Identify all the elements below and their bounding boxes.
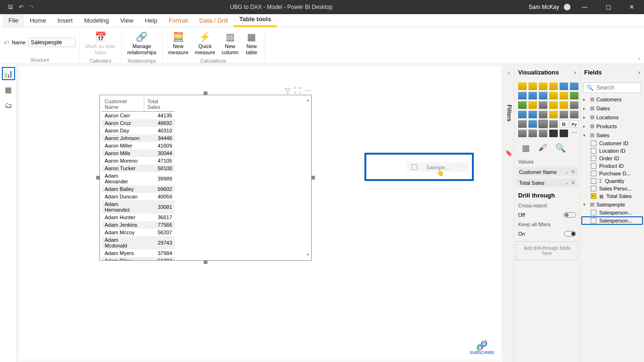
redo-icon[interactable]: ↷	[29, 4, 34, 10]
viz-area[interactable]	[528, 92, 537, 99]
restore-icon[interactable]: ▢	[599, 0, 618, 14]
well-total-sales[interactable]: Total Sales ⌄✕	[516, 178, 578, 187]
canvas[interactable]: ▽ ⛶ ⋯ Customer Name Total Sales Aaron Ca…	[19, 66, 502, 360]
scroll-down-icon[interactable]: ▼	[305, 253, 310, 257]
table-sales[interactable]: ▦Sales	[581, 131, 643, 140]
menu-format[interactable]: Format	[163, 14, 194, 27]
field-total-sales[interactable]: ▦Total Sales	[581, 192, 643, 200]
table-salespeople[interactable]: ▦Salespeople	[581, 200, 643, 209]
manage-relationships-button[interactable]: 🔗 Manage relationships	[125, 29, 158, 57]
keep-filters-toggle[interactable]	[564, 231, 576, 237]
panel-collapse-icon[interactable]: ›	[574, 69, 576, 76]
filters-expand-icon[interactable]: ‹	[508, 70, 510, 76]
viz-qa[interactable]	[539, 130, 547, 137]
viz-scatter[interactable]	[539, 101, 547, 109]
viz-multi-card[interactable]	[570, 111, 578, 118]
field-purchase-date[interactable]: Purchase D...	[581, 170, 643, 177]
menu-data-drill[interactable]: Data / Drill	[194, 14, 234, 27]
viz-line-stacked[interactable]	[549, 92, 558, 99]
quick-measure-button[interactable]: ⚡ Quick measure	[193, 29, 217, 57]
field-sales-person[interactable]: Sales Perso...	[581, 185, 643, 192]
table-row[interactable]: Aaron Miller41609	[102, 142, 175, 149]
table-row[interactable]: Adam Duncan40059	[102, 193, 175, 200]
viz-card[interactable]	[560, 111, 568, 118]
slicer-more-icon[interactable]: ⋯	[458, 164, 463, 170]
name-input[interactable]	[28, 38, 75, 47]
slicer-checkbox[interactable]	[412, 164, 417, 170]
table-row[interactable]: Adam Bailey59602	[102, 185, 175, 193]
table-locations[interactable]: ▦Locations	[581, 113, 643, 122]
menu-file[interactable]: File	[3, 14, 24, 27]
menu-view[interactable]: View	[115, 14, 139, 27]
viz-filled-map[interactable]	[528, 111, 537, 118]
avatar-icon[interactable]	[564, 4, 570, 10]
table-row[interactable]: Aaron Mills30044	[102, 149, 175, 157]
subscribe-logo[interactable]: 🧬 SUBSCRIBE	[470, 341, 495, 355]
minimize-icon[interactable]: —	[575, 0, 594, 14]
field-customer-id[interactable]: Customer ID	[581, 140, 643, 147]
table-row[interactable]: Adam Hunter36617	[102, 214, 175, 221]
viz-key-influencers[interactable]	[518, 130, 527, 137]
viz-map[interactable]	[518, 111, 527, 118]
viz-donut[interactable]	[560, 101, 568, 109]
panel-collapse-icon[interactable]: ›	[638, 69, 640, 76]
undo-icon[interactable]: ↶	[19, 4, 24, 10]
viz-stacked-area[interactable]	[539, 92, 547, 99]
table-products[interactable]: ▦Products	[581, 122, 643, 131]
viz-clustered-bar[interactable]	[539, 82, 547, 90]
viz-funnel[interactable]	[528, 101, 537, 109]
table-row[interactable]: Aaron Day40310	[102, 127, 175, 134]
ribbon-collapse-icon[interactable]: ⌃	[637, 58, 641, 63]
bookmark-icon[interactable]: 🔖	[505, 150, 512, 156]
fields-search[interactable]: 🔍	[583, 82, 641, 93]
format-mode-icon[interactable]: 🖌	[538, 143, 547, 153]
table-row[interactable]: Adam Mcdonald29743	[102, 236, 175, 249]
viz-powerapps[interactable]	[560, 130, 568, 137]
field-product-id[interactable]: Product ID	[581, 162, 643, 170]
field-quantity[interactable]: ΣQuantity	[581, 177, 643, 185]
viz-gauge[interactable]	[549, 111, 558, 118]
table-dates[interactable]: ▦Dates	[581, 104, 643, 113]
new-column-button[interactable]: ▥ New column	[220, 29, 240, 57]
viz-100-bar[interactable]	[560, 82, 568, 90]
field-location-id[interactable]: Location ID	[581, 147, 643, 155]
col-total-sales[interactable]: Total Sales	[144, 97, 175, 112]
viz-kpi[interactable]	[518, 120, 527, 128]
more-icon[interactable]: ⋯	[305, 87, 311, 94]
viz-table[interactable]	[539, 120, 547, 128]
report-view-button[interactable]: 📊	[2, 67, 15, 80]
col-customer-name[interactable]: Customer Name	[102, 97, 144, 112]
new-table-button[interactable]: ▦ New table	[243, 29, 260, 57]
model-view-button[interactable]: 🗂	[2, 99, 15, 112]
slicer-visual[interactable]: Salespe... ⋯ 👆	[364, 153, 474, 181]
viz-slicer[interactable]	[528, 120, 537, 128]
menu-help[interactable]: Help	[139, 14, 163, 27]
viz-100-column[interactable]	[570, 82, 578, 90]
viz-pie[interactable]	[549, 101, 558, 109]
remove-icon[interactable]: ✕	[571, 180, 575, 186]
menu-home[interactable]: Home	[24, 14, 52, 27]
analytics-mode-icon[interactable]: 🔍	[555, 143, 566, 153]
table-visual[interactable]: ▽ ⛶ ⋯ Customer Name Total Sales Aaron Ca…	[99, 95, 312, 261]
save-icon[interactable]: 🖫	[8, 4, 13, 10]
viz-python[interactable]: Py	[570, 120, 578, 128]
filters-collapsed[interactable]: ‹ Filters 🔖	[504, 64, 514, 362]
viz-line-clustered[interactable]	[560, 92, 568, 99]
fields-mode-icon[interactable]: ▦	[522, 143, 530, 153]
viz-stacked-column[interactable]	[528, 82, 537, 90]
viz-clustered-column[interactable]	[549, 82, 558, 90]
viz-shape-map[interactable]	[539, 111, 547, 118]
drill-drop-zone[interactable]: Add drill-through fields here	[516, 241, 578, 260]
cross-report-toggle[interactable]	[564, 212, 576, 218]
new-measure-button[interactable]: 🧮 New measure	[166, 29, 190, 57]
menu-table-tools[interactable]: Table tools	[233, 13, 277, 27]
search-input[interactable]	[596, 84, 634, 91]
close-icon[interactable]: ✕	[622, 0, 641, 14]
menu-insert[interactable]: Insert	[52, 14, 79, 27]
data-view-button[interactable]: ▦	[2, 83, 15, 96]
viz-treemap[interactable]	[570, 101, 578, 109]
table-row[interactable]: Aaron Carr44135	[102, 112, 175, 120]
table-row[interactable]: Adam Mccoy56207	[102, 229, 175, 236]
filter-icon[interactable]: ▽	[285, 87, 290, 94]
table-row[interactable]: Adam Alexander39989	[102, 172, 175, 185]
